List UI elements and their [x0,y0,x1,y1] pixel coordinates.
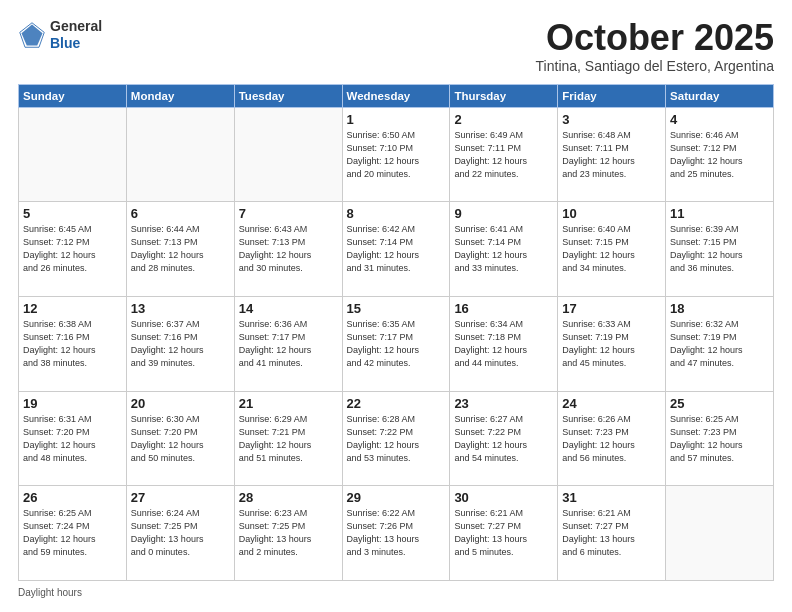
calendar-cell: 19Sunrise: 6:31 AM Sunset: 7:20 PM Dayli… [19,391,127,486]
calendar-cell [19,107,127,202]
calendar-cell [234,107,342,202]
day-info: Sunrise: 6:22 AM Sunset: 7:26 PM Dayligh… [347,507,446,559]
day-number: 20 [131,396,230,411]
day-info: Sunrise: 6:37 AM Sunset: 7:16 PM Dayligh… [131,318,230,370]
calendar-cell: 12Sunrise: 6:38 AM Sunset: 7:16 PM Dayli… [19,296,127,391]
day-number: 17 [562,301,661,316]
day-number: 8 [347,206,446,221]
day-number: 14 [239,301,338,316]
day-number: 5 [23,206,122,221]
calendar-cell: 16Sunrise: 6:34 AM Sunset: 7:18 PM Dayli… [450,296,558,391]
day-info: Sunrise: 6:43 AM Sunset: 7:13 PM Dayligh… [239,223,338,275]
month-title: October 2025 [536,18,774,58]
day-info: Sunrise: 6:45 AM Sunset: 7:12 PM Dayligh… [23,223,122,275]
day-info: Sunrise: 6:38 AM Sunset: 7:16 PM Dayligh… [23,318,122,370]
svg-marker-0 [22,24,43,45]
calendar-cell: 7Sunrise: 6:43 AM Sunset: 7:13 PM Daylig… [234,202,342,297]
day-info: Sunrise: 6:25 AM Sunset: 7:23 PM Dayligh… [670,413,769,465]
daylight-hours-label: Daylight hours [18,587,82,598]
day-number: 23 [454,396,553,411]
day-info: Sunrise: 6:36 AM Sunset: 7:17 PM Dayligh… [239,318,338,370]
page: General Blue October 2025 Tintina, Santi… [0,0,792,612]
col-friday: Friday [558,84,666,107]
day-number: 21 [239,396,338,411]
day-number: 26 [23,490,122,505]
day-info: Sunrise: 6:21 AM Sunset: 7:27 PM Dayligh… [562,507,661,559]
day-info: Sunrise: 6:31 AM Sunset: 7:20 PM Dayligh… [23,413,122,465]
day-number: 29 [347,490,446,505]
col-sunday: Sunday [19,84,127,107]
calendar-cell: 10Sunrise: 6:40 AM Sunset: 7:15 PM Dayli… [558,202,666,297]
calendar-week-row: 26Sunrise: 6:25 AM Sunset: 7:24 PM Dayli… [19,486,774,581]
calendar-cell: 27Sunrise: 6:24 AM Sunset: 7:25 PM Dayli… [126,486,234,581]
footer: Daylight hours [18,587,774,598]
calendar-week-row: 12Sunrise: 6:38 AM Sunset: 7:16 PM Dayli… [19,296,774,391]
calendar-cell: 24Sunrise: 6:26 AM Sunset: 7:23 PM Dayli… [558,391,666,486]
calendar-cell: 6Sunrise: 6:44 AM Sunset: 7:13 PM Daylig… [126,202,234,297]
calendar-cell: 30Sunrise: 6:21 AM Sunset: 7:27 PM Dayli… [450,486,558,581]
calendar-cell: 20Sunrise: 6:30 AM Sunset: 7:20 PM Dayli… [126,391,234,486]
calendar-cell: 23Sunrise: 6:27 AM Sunset: 7:22 PM Dayli… [450,391,558,486]
calendar-cell [126,107,234,202]
calendar-cell: 3Sunrise: 6:48 AM Sunset: 7:11 PM Daylig… [558,107,666,202]
day-number: 27 [131,490,230,505]
day-info: Sunrise: 6:50 AM Sunset: 7:10 PM Dayligh… [347,129,446,181]
day-info: Sunrise: 6:27 AM Sunset: 7:22 PM Dayligh… [454,413,553,465]
day-number: 13 [131,301,230,316]
col-saturday: Saturday [666,84,774,107]
day-number: 18 [670,301,769,316]
calendar-cell: 17Sunrise: 6:33 AM Sunset: 7:19 PM Dayli… [558,296,666,391]
calendar-cell: 21Sunrise: 6:29 AM Sunset: 7:21 PM Dayli… [234,391,342,486]
day-info: Sunrise: 6:34 AM Sunset: 7:18 PM Dayligh… [454,318,553,370]
day-number: 3 [562,112,661,127]
day-info: Sunrise: 6:26 AM Sunset: 7:23 PM Dayligh… [562,413,661,465]
day-number: 25 [670,396,769,411]
title-block: October 2025 Tintina, Santiago del Ester… [536,18,774,74]
day-info: Sunrise: 6:25 AM Sunset: 7:24 PM Dayligh… [23,507,122,559]
day-info: Sunrise: 6:23 AM Sunset: 7:25 PM Dayligh… [239,507,338,559]
day-info: Sunrise: 6:44 AM Sunset: 7:13 PM Dayligh… [131,223,230,275]
day-info: Sunrise: 6:29 AM Sunset: 7:21 PM Dayligh… [239,413,338,465]
calendar-cell: 14Sunrise: 6:36 AM Sunset: 7:17 PM Dayli… [234,296,342,391]
calendar-cell: 9Sunrise: 6:41 AM Sunset: 7:14 PM Daylig… [450,202,558,297]
day-number: 1 [347,112,446,127]
logo: General Blue [18,18,102,52]
day-info: Sunrise: 6:30 AM Sunset: 7:20 PM Dayligh… [131,413,230,465]
day-number: 4 [670,112,769,127]
day-info: Sunrise: 6:49 AM Sunset: 7:11 PM Dayligh… [454,129,553,181]
calendar-cell: 31Sunrise: 6:21 AM Sunset: 7:27 PM Dayli… [558,486,666,581]
day-info: Sunrise: 6:28 AM Sunset: 7:22 PM Dayligh… [347,413,446,465]
calendar-cell: 22Sunrise: 6:28 AM Sunset: 7:22 PM Dayli… [342,391,450,486]
logo-blue: Blue [50,35,80,51]
calendar-cell [666,486,774,581]
day-number: 10 [562,206,661,221]
day-number: 7 [239,206,338,221]
calendar-cell: 28Sunrise: 6:23 AM Sunset: 7:25 PM Dayli… [234,486,342,581]
day-number: 6 [131,206,230,221]
day-info: Sunrise: 6:24 AM Sunset: 7:25 PM Dayligh… [131,507,230,559]
calendar-cell: 2Sunrise: 6:49 AM Sunset: 7:11 PM Daylig… [450,107,558,202]
day-number: 9 [454,206,553,221]
calendar-cell: 8Sunrise: 6:42 AM Sunset: 7:14 PM Daylig… [342,202,450,297]
day-number: 24 [562,396,661,411]
day-number: 31 [562,490,661,505]
day-info: Sunrise: 6:35 AM Sunset: 7:17 PM Dayligh… [347,318,446,370]
day-number: 15 [347,301,446,316]
calendar-week-row: 5Sunrise: 6:45 AM Sunset: 7:12 PM Daylig… [19,202,774,297]
logo-general: General [50,18,102,34]
day-info: Sunrise: 6:48 AM Sunset: 7:11 PM Dayligh… [562,129,661,181]
header: General Blue October 2025 Tintina, Santi… [18,18,774,74]
day-number: 22 [347,396,446,411]
calendar-cell: 18Sunrise: 6:32 AM Sunset: 7:19 PM Dayli… [666,296,774,391]
day-info: Sunrise: 6:46 AM Sunset: 7:12 PM Dayligh… [670,129,769,181]
calendar-cell: 15Sunrise: 6:35 AM Sunset: 7:17 PM Dayli… [342,296,450,391]
calendar-cell: 1Sunrise: 6:50 AM Sunset: 7:10 PM Daylig… [342,107,450,202]
col-thursday: Thursday [450,84,558,107]
col-monday: Monday [126,84,234,107]
calendar-cell: 5Sunrise: 6:45 AM Sunset: 7:12 PM Daylig… [19,202,127,297]
calendar-header-row: Sunday Monday Tuesday Wednesday Thursday… [19,84,774,107]
day-info: Sunrise: 6:39 AM Sunset: 7:15 PM Dayligh… [670,223,769,275]
day-info: Sunrise: 6:41 AM Sunset: 7:14 PM Dayligh… [454,223,553,275]
day-number: 28 [239,490,338,505]
calendar-cell: 11Sunrise: 6:39 AM Sunset: 7:15 PM Dayli… [666,202,774,297]
